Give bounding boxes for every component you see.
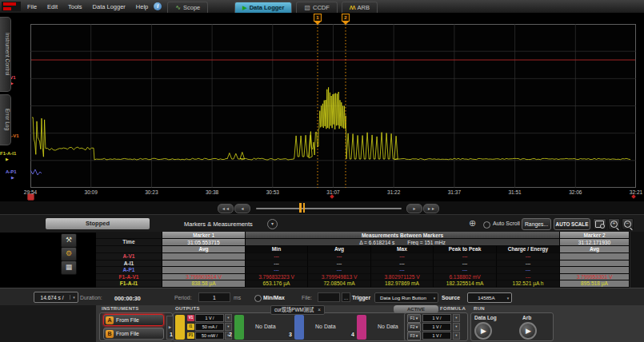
auto-scale-button[interactable]: AUTO SCALE [554,218,590,230]
table-scrollbar[interactable] [630,232,644,288]
screenshot-button[interactable] [593,218,606,230]
app-logo-icon [2,2,21,11]
scroll-far-right-button[interactable]: ►► [423,204,439,213]
wrench-icon[interactable]: ⚒ [61,233,77,248]
file-input[interactable] [318,292,340,302]
formula-f3-button[interactable]: F3 ▾ [407,332,421,340]
menu-tools[interactable]: Tools [68,3,82,10]
output-i1-icon: I1 [187,324,194,330]
menu-edit[interactable]: Edit [47,3,58,10]
play-icon: ▶ [481,327,486,335]
formula-f2-button[interactable]: F2 ▾ [407,323,421,332]
chevron-down-icon[interactable]: ▾ [225,323,232,331]
max-value-a-p1: --- [371,267,434,274]
chevron-down-icon[interactable]: ▾ [453,323,460,331]
instruments-section: ▶ AFrom FileBFrom File [99,312,173,341]
file-browse-button[interactable]: ... [342,292,350,302]
formula-scale-dropdown[interactable]: 1 V / [422,332,451,340]
formula-scale-dropdown[interactable]: 1 V / [422,323,451,331]
peak-to-peak-value-a-v1: --- [434,253,497,260]
menu-file[interactable]: File [27,3,37,10]
peak-to-peak-value-f1-a-i1: 182.325514 mA [434,280,497,288]
channel-bar-1[interactable] [175,315,185,340]
row-label-a-p1: A-P1 [96,267,162,274]
scroll-left-button[interactable]: ◄ [234,204,250,213]
chevron-down-icon[interactable]: ▾ [453,314,460,322]
settings-icon[interactable]: ⚙ [61,247,77,261]
outputs-section: 1V11 V /▾I150 mA /▾P150 mW /▾2No Data3No… [173,312,434,341]
peak-to-peak-value-a-p1: --- [434,267,497,274]
scrollbar-handle[interactable] [298,203,306,213]
zoom-in-button[interactable]: + [608,218,620,230]
min-value-a-p1: --- [246,267,308,274]
period-input[interactable]: 1 [198,292,230,302]
no-data-label: No Data [315,324,336,329]
waveform-plot[interactable] [30,24,636,188]
marker-flag-1[interactable]: 1 [314,14,322,24]
formula-scale-dropdown[interactable]: 1 V / [422,314,451,322]
datalog-file-tab[interactable]: cur现场PWM测试 × [270,305,325,315]
trigger-dropdown[interactable]: Data Log Run Button ▾ [374,292,438,303]
source-d ropdown[interactable]: 14585A ▾ [467,292,512,303]
duration-value[interactable]: 000:00:30 [114,295,141,302]
scrollbar-track[interactable] [256,208,402,209]
instrument-a-button[interactable]: AFrom File [103,314,164,326]
play-button-data-log[interactable]: ▶ [474,322,492,340]
instrument-a-icon: A [106,316,114,324]
channel-bar-4[interactable] [357,315,366,340]
channel-bar-3[interactable] [294,315,304,340]
marker1-header: Marker 1 [162,232,246,239]
period-unit: ms [234,295,241,300]
instrument-b-icon: B [106,330,114,338]
marker-flag-2[interactable]: 2 [342,14,350,24]
empty-cell [96,246,162,253]
minmax-radio[interactable] [254,295,262,302]
markers-measurements-menu[interactable]: Markers & Measurements [184,221,253,228]
col-header-charge-energy: Charge / Energy [497,246,560,253]
menu-data-logger[interactable]: Data Logger [93,3,126,10]
zoom-out-button[interactable]: − [622,218,634,230]
x-axis-label: 30:38 [206,189,218,195]
formula-f1-button[interactable]: F1 ▾ [407,314,421,323]
chevron-down-icon[interactable]: ▾ [225,314,232,322]
marker2-stat-header: Avg [560,246,630,253]
bottom-panel: INSTRUMENTS OUTPUTS FORMULA RUN ▶ AFrom … [0,305,644,342]
menu-help[interactable]: Help [136,3,148,10]
sidebar-tab-instrument-control[interactable]: Instrument Control [0,17,11,92]
active-tab[interactable]: ACTIVE [394,305,438,313]
tab-data-logger[interactable]: ▶Data Logger [234,2,292,13]
tab-arb[interactable]: ΛΛARB [342,2,378,13]
x-axis-label: 31:07 [326,189,339,195]
app-tabs: ∿Scope▶Data Logger▧CCDFΛΛARB [167,0,378,13]
info-icon[interactable]: i [154,2,162,10]
chevron-down-icon[interactable]: ▾ [453,332,460,340]
grid-icon[interactable]: ▦ [61,260,77,275]
output-v1-icon: V1 [187,315,194,321]
ranges-button[interactable]: Ranges... [522,218,551,230]
chart-area: 12A-V1▶F1-A-V1▶F1-A-I1▶A-P1▶29:5430:0930… [0,13,644,201]
scroll-right-button[interactable]: ► [406,204,422,213]
max-value-f1-a-v1: 3.802971125 V [371,274,434,281]
scroll-far-left-button[interactable]: ◄◄ [218,204,234,213]
tab-scope[interactable]: ∿Scope [167,2,208,13]
auto-scroll-radio[interactable] [483,221,490,229]
output-scale-dropdown[interactable]: 50 mA / [195,323,224,331]
channel-bar-2[interactable] [234,315,244,340]
output-scale-dropdown[interactable]: 1 V / [195,314,224,322]
marker1-value-f1-a-i1: 838.58 µA [162,280,246,288]
tab-ccdf[interactable]: ▧CCDF [296,2,337,13]
marker1-value-a-i1 [162,260,246,268]
instrument-b-button[interactable]: BFrom File [103,328,164,340]
close-icon[interactable]: × [318,306,321,314]
crosshair-icon[interactable]: ⊕ [469,218,476,229]
menu-bar: FileEditToolsData LoggerHelp i ∿Scope▶Da… [0,0,644,13]
sidebar-tab-error-log[interactable]: Error Log [0,94,11,145]
output-scale-dropdown[interactable]: 50 mW / [195,332,224,340]
chevron-down-icon[interactable]: ▾ [267,219,278,229]
play-button-arb[interactable]: ▶ [519,322,537,340]
time-scale-button[interactable]: 14.674 s / ▾ [34,292,78,303]
file-label: File: [302,295,312,300]
formula-row-f2: F2 ▾1 V /▾ [407,323,460,331]
scope-icon: ∿ [175,4,181,11]
stopped-button[interactable]: Stopped [46,218,150,229]
